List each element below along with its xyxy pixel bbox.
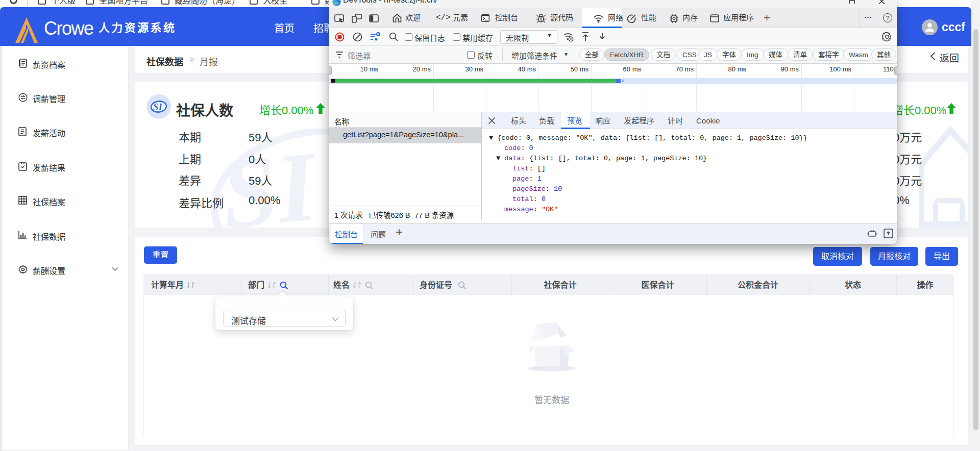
svg-text:SI: SI <box>153 102 163 112</box>
